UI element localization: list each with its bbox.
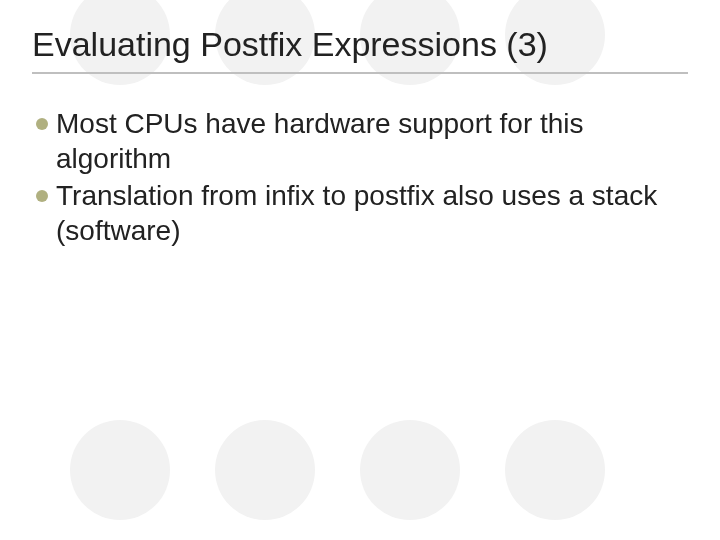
bullet-item: Translation from infix to postfix also u… xyxy=(36,178,688,248)
slide: Evaluating Postfix Expressions (3) Most … xyxy=(0,0,720,540)
bullet-dot-icon xyxy=(36,118,48,130)
bullet-text: Most CPUs have hardware support for this… xyxy=(56,106,688,176)
slide-title: Evaluating Postfix Expressions (3) xyxy=(32,25,688,64)
bullet-item: Most CPUs have hardware support for this… xyxy=(36,106,688,176)
bullet-dot-icon xyxy=(36,190,48,202)
title-underline xyxy=(32,72,688,74)
slide-body: Most CPUs have hardware support for this… xyxy=(32,106,688,248)
bullet-text: Translation from infix to postfix also u… xyxy=(56,178,688,248)
